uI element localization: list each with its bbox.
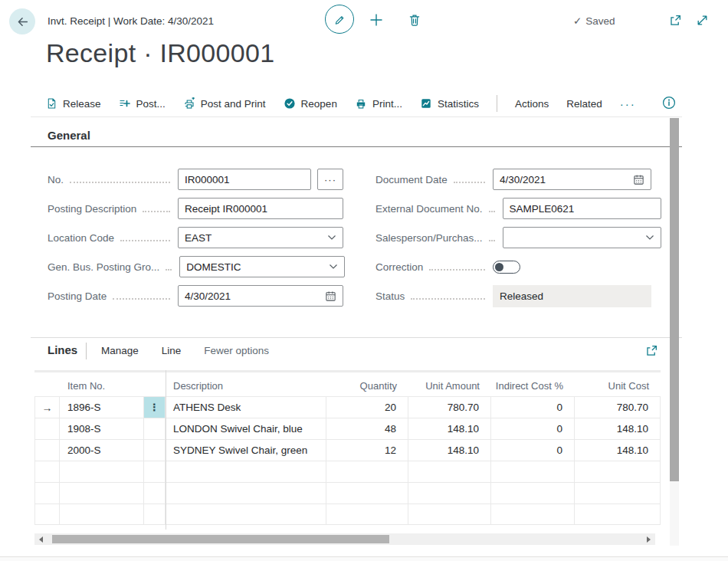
no-assist-button[interactable]: ··· <box>317 169 343 190</box>
calendar-icon <box>325 290 336 302</box>
statistics-button[interactable]: Statistics <box>420 97 479 110</box>
field-row-salesperson: Salesperson/Purchas... <box>375 227 651 248</box>
horizontal-scrollbar-thumb[interactable] <box>52 535 389 543</box>
dotted-leader <box>454 171 485 183</box>
field-row-no: No. IR000001 ··· <box>48 169 343 190</box>
field-row-posting-description: Posting Description Receipt IR000001 <box>48 198 343 219</box>
reopen-button[interactable]: Reopen <box>284 97 337 110</box>
more-options-button[interactable]: ··· <box>620 97 636 110</box>
line-menu[interactable]: Line <box>162 345 182 356</box>
toggle-knob <box>495 263 503 271</box>
plus-icon <box>369 12 384 28</box>
back-button[interactable] <box>9 8 35 34</box>
gen-bus-posting-group-label: Gen. Bus. Posting Gro... <box>48 261 159 273</box>
info-icon <box>662 96 676 110</box>
field-row-gen-bus-posting-group: Gen. Bus. Posting Gro... DOMESTIC <box>48 256 343 277</box>
trash-icon <box>408 13 421 27</box>
lines-expand-button[interactable] <box>644 343 659 358</box>
lines-section-heading[interactable]: Lines <box>48 343 77 356</box>
save-status-label: Saved <box>585 15 615 27</box>
cell-unit-amount[interactable]: 148.10 <box>408 418 491 439</box>
fullscreen-expand-button[interactable] <box>694 11 710 28</box>
cell-unit-amount[interactable]: 148.10 <box>408 440 491 461</box>
lines-section-rule <box>31 337 682 338</box>
edit-button[interactable] <box>325 5 354 34</box>
window-caption: Invt. Receipt | Work Date: 4/30/2021 <box>48 15 214 27</box>
new-record-button[interactable] <box>366 10 386 30</box>
vertical-scrollbar-thumb[interactable] <box>670 118 679 481</box>
correction-label: Correction <box>375 261 423 273</box>
cell-description[interactable]: SYDNEY Swivel Chair, green <box>166 440 326 461</box>
general-section-heading[interactable]: General <box>48 129 90 142</box>
dotted-leader <box>113 287 170 300</box>
field-row-correction: Correction <box>375 256 651 277</box>
table-row[interactable]: 2000-S SYDNEY Swivel Chair, green 12 148… <box>34 439 661 461</box>
row-options-button[interactable]: ⋮ <box>144 397 165 418</box>
info-pane-button[interactable] <box>661 94 677 111</box>
table-row[interactable]: 1908-S LONDON Swivel Chair, blue 48 148.… <box>34 418 661 439</box>
cell-quantity[interactable]: 48 <box>326 418 408 439</box>
col-header-description[interactable]: Description <box>166 380 326 392</box>
cell-indirect-cost[interactable]: 0 <box>491 397 575 418</box>
cell-item-no[interactable]: 1908-S <box>60 418 144 439</box>
correction-toggle[interactable] <box>493 261 520 274</box>
field-row-location-code: Location Code EAST <box>48 227 343 248</box>
location-code-dropdown[interactable]: EAST <box>178 227 343 248</box>
open-in-new-window-button[interactable] <box>667 11 684 28</box>
print-icon <box>355 97 367 110</box>
external-document-no-input[interactable]: SAMPLE0621 <box>503 198 661 219</box>
manage-menu[interactable]: Manage <box>101 345 139 356</box>
cell-indirect-cost[interactable]: 0 <box>491 440 575 461</box>
salesperson-label: Salesperson/Purchas... <box>375 232 483 244</box>
back-arrow-icon <box>16 15 29 28</box>
col-header-item-no[interactable]: Item No. <box>60 380 144 392</box>
posting-description-input[interactable]: Receipt IR000001 <box>178 198 343 219</box>
vertical-scrollbar[interactable] <box>670 118 679 546</box>
status-value: Released <box>493 285 651 307</box>
table-row-empty[interactable] <box>34 482 661 504</box>
cell-quantity[interactable]: 12 <box>326 440 408 461</box>
post-and-print-button[interactable]: Post and Print <box>183 97 266 110</box>
post-button[interactable]: Post... <box>119 97 166 110</box>
status-label: Status <box>375 290 405 302</box>
col-header-unit-amount[interactable]: Unit Amount <box>408 380 491 392</box>
delete-button[interactable] <box>405 10 425 30</box>
document-date-input[interactable]: 4/30/2021 <box>493 169 651 190</box>
table-row[interactable]: → 1896-S ⋮ ATHENS Desk 20 780.70 0 780.7… <box>34 396 661 418</box>
cell-description[interactable]: ATHENS Desk <box>166 397 326 418</box>
toolbar-rule <box>31 116 682 117</box>
no-label: No. <box>48 174 64 185</box>
field-row-posting-date: Posting Date 4/30/2021 <box>48 285 343 307</box>
fewer-options-button[interactable]: Fewer options <box>204 345 269 356</box>
table-row-empty[interactable] <box>34 504 661 525</box>
actions-menu[interactable]: Actions <box>515 98 549 110</box>
scroll-left-arrow[interactable] <box>39 536 43 543</box>
salesperson-dropdown[interactable] <box>503 227 661 248</box>
table-header-row: Item No. Description Quantity Unit Amoun… <box>34 372 661 396</box>
col-header-unit-cost[interactable]: Unit Cost <box>575 380 661 392</box>
cell-unit-cost[interactable]: 148.10 <box>575 418 661 439</box>
release-button[interactable]: Release <box>46 97 101 110</box>
table-row-empty[interactable] <box>34 461 661 482</box>
no-input[interactable]: IR000001 <box>178 169 311 190</box>
cell-unit-cost[interactable]: 148.10 <box>575 440 661 461</box>
print-button[interactable]: Print... <box>355 97 402 110</box>
cell-item-no[interactable]: 1896-S <box>60 397 144 418</box>
col-header-quantity[interactable]: Quantity <box>326 380 408 392</box>
cell-indirect-cost[interactable]: 0 <box>491 418 575 439</box>
dotted-leader <box>429 258 485 271</box>
cell-description[interactable]: LONDON Swivel Chair, blue <box>166 418 326 439</box>
pencil-icon <box>333 13 346 25</box>
cell-unit-cost[interactable]: 780.70 <box>575 397 661 418</box>
cell-unit-amount[interactable]: 780.70 <box>408 397 491 418</box>
col-header-indirect-cost[interactable]: Indirect Cost % <box>491 380 575 392</box>
related-menu[interactable]: Related <box>566 98 602 110</box>
posting-date-input[interactable]: 4/30/2021 <box>178 285 343 307</box>
dotted-leader <box>411 287 485 300</box>
scroll-right-arrow[interactable] <box>647 536 651 543</box>
horizontal-scrollbar[interactable] <box>34 533 655 545</box>
gen-bus-posting-group-dropdown[interactable]: DOMESTIC <box>179 256 345 277</box>
cell-item-no[interactable]: 2000-S <box>60 440 144 461</box>
cell-quantity[interactable]: 20 <box>326 397 408 418</box>
field-row-document-date: Document Date 4/30/2021 <box>375 169 651 190</box>
